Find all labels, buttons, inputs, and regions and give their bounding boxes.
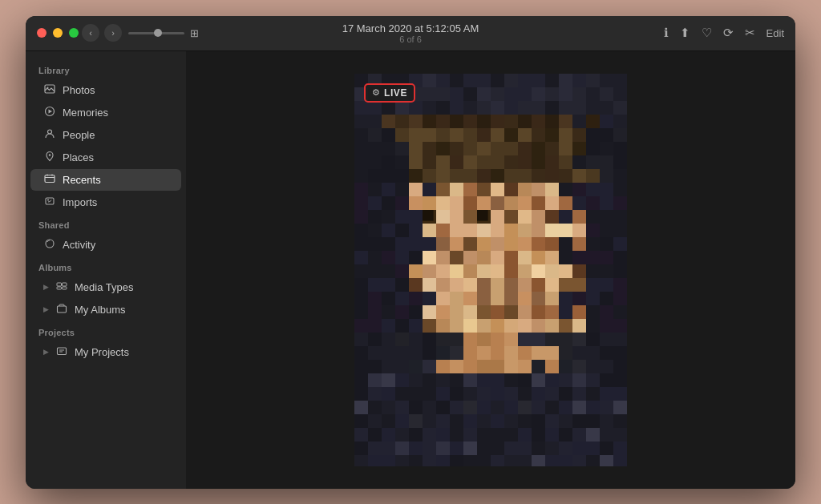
svg-rect-6 bbox=[45, 175, 55, 182]
titlebar: ‹ › ⊞ 17 March 2020 at 5:12:05 AM 6 of 6… bbox=[26, 16, 795, 51]
svg-rect-14 bbox=[57, 287, 62, 289]
shared-section-label: Shared bbox=[26, 214, 186, 233]
main-content: Library Photos Memories People bbox=[26, 51, 795, 489]
live-badge-icon: ⚙ bbox=[372, 87, 380, 98]
sidebar-item-photos[interactable]: Photos bbox=[30, 79, 181, 101]
nav-buttons: ‹ › bbox=[82, 24, 122, 42]
traffic-lights bbox=[37, 28, 79, 38]
imports-label: Imports bbox=[63, 196, 168, 208]
memories-icon bbox=[43, 106, 56, 119]
recents-icon bbox=[43, 173, 56, 187]
close-button[interactable] bbox=[37, 28, 47, 38]
svg-rect-13 bbox=[63, 283, 67, 286]
svg-rect-12 bbox=[57, 283, 62, 286]
sidebar-item-media-types[interactable]: ▶ Media Types bbox=[30, 276, 181, 298]
app-window: ‹ › ⊞ 17 March 2020 at 5:12:05 AM 6 of 6… bbox=[26, 16, 795, 489]
sidebar-item-people[interactable]: People bbox=[30, 124, 181, 146]
sidebar: Library Photos Memories People bbox=[26, 51, 186, 489]
places-icon bbox=[43, 151, 56, 164]
heart-icon[interactable]: ♡ bbox=[702, 26, 712, 40]
grid-icon: ⊞ bbox=[190, 27, 199, 39]
info-icon[interactable]: ℹ bbox=[664, 26, 669, 40]
minimize-button[interactable] bbox=[53, 28, 63, 38]
svg-rect-17 bbox=[58, 348, 67, 355]
photos-label: Photos bbox=[63, 84, 168, 96]
memories-label: Memories bbox=[63, 107, 168, 119]
sidebar-item-imports[interactable]: Imports bbox=[30, 192, 181, 213]
share-icon[interactable]: ⬆ bbox=[680, 26, 690, 40]
my-projects-icon bbox=[55, 345, 68, 359]
svg-rect-16 bbox=[58, 306, 67, 312]
sidebar-item-my-projects[interactable]: ▶ My Projects bbox=[30, 341, 181, 363]
maximize-button[interactable] bbox=[69, 28, 79, 38]
sidebar-item-activity[interactable]: Activity bbox=[30, 234, 181, 256]
my-albums-icon bbox=[55, 303, 68, 317]
sidebar-item-recents[interactable]: Recents bbox=[30, 169, 181, 191]
imports-icon bbox=[43, 196, 56, 209]
sidebar-item-places[interactable]: Places bbox=[30, 147, 181, 168]
photos-icon bbox=[43, 83, 56, 97]
people-label: People bbox=[63, 129, 168, 141]
photo-counter: 6 of 6 bbox=[399, 34, 422, 44]
photo-viewer: ⚙ LIVE bbox=[186, 51, 795, 489]
my-albums-expand: ▶ bbox=[43, 305, 49, 313]
photo-date: 17 March 2020 at 5:12:05 AM bbox=[342, 22, 479, 34]
svg-point-5 bbox=[49, 154, 51, 155]
photo-container: ⚙ LIVE bbox=[354, 74, 627, 466]
svg-rect-10 bbox=[46, 198, 54, 204]
albums-section-label: Albums bbox=[26, 256, 186, 276]
my-projects-label: My Projects bbox=[75, 346, 168, 358]
svg-marker-3 bbox=[49, 109, 53, 113]
library-section-label: Library bbox=[26, 59, 186, 79]
projects-section-label: Projects bbox=[26, 321, 186, 341]
sidebar-item-memories[interactable]: Memories bbox=[30, 102, 181, 123]
svg-rect-15 bbox=[63, 287, 67, 289]
tools-icon[interactable]: ✂ bbox=[745, 26, 755, 40]
svg-point-11 bbox=[47, 199, 49, 200]
rotate-icon[interactable]: ⟳ bbox=[723, 26, 734, 40]
places-label: Places bbox=[63, 151, 168, 163]
svg-point-4 bbox=[48, 130, 52, 134]
people-icon bbox=[43, 128, 56, 142]
back-button[interactable]: ‹ bbox=[82, 24, 99, 42]
my-projects-expand: ▶ bbox=[43, 348, 49, 356]
recents-label: Recents bbox=[63, 174, 168, 186]
live-badge[interactable]: ⚙ LIVE bbox=[364, 83, 415, 103]
zoom-slider[interactable] bbox=[128, 32, 184, 34]
media-types-label: Media Types bbox=[75, 281, 168, 293]
photo-image bbox=[354, 74, 627, 466]
activity-label: Activity bbox=[63, 239, 168, 251]
toolbar-actions: ℹ ⬆ ♡ ⟳ ✂ Edit bbox=[664, 26, 784, 40]
edit-button[interactable]: Edit bbox=[766, 27, 784, 39]
forward-button[interactable]: › bbox=[104, 24, 122, 42]
media-types-expand: ▶ bbox=[43, 283, 49, 291]
sidebar-item-my-albums[interactable]: ▶ My Albums bbox=[30, 299, 181, 321]
my-albums-label: My Albums bbox=[75, 304, 168, 316]
live-badge-text: LIVE bbox=[384, 87, 407, 99]
media-types-icon bbox=[55, 280, 68, 294]
activity-icon bbox=[43, 238, 56, 252]
